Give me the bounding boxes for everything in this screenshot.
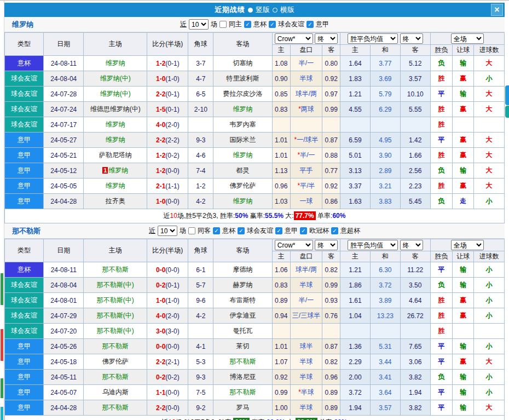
same-venue-checkbox[interactable] (188, 227, 195, 234)
summary-part: 30% (233, 418, 250, 420)
eu-away-odds: 7.65 (400, 339, 430, 354)
eu-home-odds: 1.64 (340, 56, 370, 71)
scroll-tab[interactable] (505, 85, 509, 105)
league-checkbox[interactable]: ✓ (238, 227, 245, 234)
eu-home-odds: 5.01 (340, 148, 370, 163)
league-checkbox[interactable]: ✓ (213, 227, 220, 234)
dialog-title-bar: 近期战绩 竖版 横版 × (4, 3, 505, 17)
goals-total-cell: 小 (473, 370, 504, 385)
league-checkbox[interactable]: ✓ (306, 21, 314, 28)
crow-odds-select[interactable]: Crow* (275, 240, 313, 250)
asia-handicap-cell: 半球 (290, 354, 322, 370)
league-checkbox[interactable]: ✓ (300, 227, 307, 234)
away-team-name: 特里波利斯 (227, 74, 259, 82)
half-time-score: (0-1) (165, 281, 179, 289)
goals-total-cell: 小 (473, 339, 504, 354)
away-team-cell: 博洛尼亚 (213, 370, 273, 385)
result-cell: 胜 (430, 102, 453, 117)
match-type-badge: 意甲 (5, 179, 44, 194)
league-checkbox[interactable]: ✓ (275, 227, 282, 234)
result-cell: 胜 (430, 293, 453, 308)
corners-cell: 4-7 (188, 71, 213, 87)
eu-away-odds: 5.55 (400, 102, 430, 117)
eu-draw-value: 2.89 (379, 167, 391, 175)
away-team-cell: 莱切 (213, 339, 273, 354)
column-header-eu-away: 客 (400, 251, 430, 262)
match-type-label: 意甲 (18, 136, 31, 143)
final-odds-select[interactable]: 终 (315, 240, 338, 250)
wdl-average-select[interactable]: 胜平负均值 (348, 240, 398, 250)
column-header-home: 主场 (84, 33, 147, 56)
eu-draw-odds: 3.83 (370, 194, 400, 209)
match-count-select[interactable]: 10 (189, 19, 209, 30)
eu-home-odds: 4.55 (340, 102, 370, 117)
handicap-result: 输 (460, 342, 466, 350)
asia-handicap-cell: 球半 (290, 339, 322, 354)
match-date: 24-05-12 (44, 163, 84, 179)
home-team-name: 维罗纳 (106, 182, 125, 189)
wdl-average-select[interactable]: 胜平负均值 (348, 33, 398, 44)
column-header-score: 比分(半场) (147, 239, 188, 262)
column-header-eu-draw: 和 (370, 45, 400, 56)
section-header-verona: 维罗纳 近10场同主✓意杯✓球会友谊✓意甲 (4, 17, 505, 32)
wdl-average-header: 胜平负均值 终 (340, 33, 430, 45)
result: 平 (438, 342, 445, 350)
away-team-cell: 维罗纳 (213, 194, 273, 209)
eu-away-odds: 2.23 (400, 179, 430, 194)
eu-home-odds (340, 324, 370, 339)
result: 平 (438, 136, 445, 143)
handicap-result: 赢 (460, 358, 466, 365)
full-match-select[interactable]: 全场 (451, 240, 484, 250)
full-match-select[interactable]: 全场 (451, 33, 484, 44)
asia-home-odds: 1.00 (272, 400, 290, 416)
home-team-name: 维罗纳 (106, 59, 125, 67)
asia-away-odds: 0.80 (322, 56, 340, 71)
away-team-cell: 维罗纳 (213, 148, 273, 163)
asia-away-odds: 0.76 (322, 308, 340, 324)
eu-draw-value: 3.89 (379, 297, 391, 304)
league-checkbox[interactable]: ✓ (331, 227, 338, 234)
half-time-score: (0-0) (165, 198, 179, 205)
away-team-cell: 那不勒斯 (213, 354, 273, 370)
radio-horizontal-layout[interactable] (273, 8, 277, 13)
match-count-select[interactable]: 10 (158, 226, 177, 236)
eu-away-odds: 1.42 (400, 133, 430, 148)
eu-draw-odds (370, 324, 400, 339)
eu-home-odds: 1.83 (340, 71, 370, 87)
asia-handicap-cell: *平/半 (290, 179, 322, 194)
match-row: 意甲24-04-28拉齐奥1-0(0-0)4-2维罗纳1.03一球0.861.6… (5, 194, 505, 209)
away-team-name: 费拉尔皮沙洛 (223, 90, 263, 97)
handicap-result-cell: 输 (453, 370, 474, 385)
near-link[interactable]: 近 (149, 226, 155, 235)
league-checkbox[interactable]: ✓ (269, 21, 276, 28)
goals-total-cell: 大 (473, 179, 504, 194)
crow-odds-select[interactable]: Crow* (275, 33, 313, 44)
final-odds-select-2[interactable]: 终 (400, 240, 423, 250)
asia-home-odds: 1.01 (272, 148, 290, 163)
eu-draw-value: 3.21 (379, 182, 391, 190)
home-team-cell: 那不勒斯(中) (84, 278, 147, 293)
radio-vertical-layout[interactable] (248, 8, 253, 13)
home-team-cell: 拉齐奥 (84, 194, 147, 209)
away-team-name: 罗马 (236, 404, 250, 411)
league-checkbox[interactable]: ✓ (244, 21, 251, 28)
close-icon[interactable]: × (491, 4, 503, 16)
eu-draw-odds (370, 117, 400, 133)
eu-draw-odds: 3.72 (370, 278, 400, 293)
same-venue-checkbox[interactable] (219, 21, 227, 28)
final-odds-select[interactable]: 终 (315, 33, 338, 44)
match-date: 24-08-04 (44, 278, 84, 293)
goals-total: 小 (485, 266, 492, 273)
match-type-badge: 球会友谊 (5, 293, 44, 308)
result: 负 (438, 166, 445, 174)
home-team-name: 那不勒斯 (102, 266, 129, 273)
near-link[interactable]: 近 (180, 20, 187, 29)
result: 平 (438, 404, 445, 411)
home-team-cell: 那不勒斯 (84, 262, 147, 278)
live-badge: 1 (102, 167, 108, 174)
eu-draw-odds: 3.90 (370, 148, 400, 163)
asia-away-odds: 0.77 (322, 163, 340, 179)
column-header-handicap-result: 让球 (453, 45, 474, 56)
home-team-cell: 那不勒斯(中) (84, 308, 147, 324)
final-odds-select-2[interactable]: 终 (400, 33, 423, 44)
